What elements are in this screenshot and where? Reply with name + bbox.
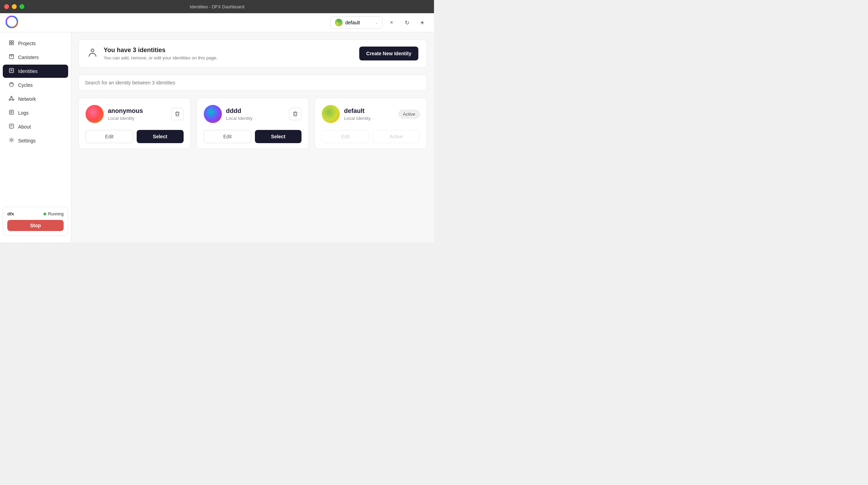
- svg-point-0: [6, 16, 17, 27]
- cycles-icon: [8, 82, 15, 89]
- edit-identity-button-anonymous[interactable]: Edit: [86, 130, 133, 143]
- identity-avatar-default: [322, 105, 340, 123]
- projects-icon: [8, 40, 15, 47]
- person-icon: [87, 47, 98, 60]
- svg-rect-20: [9, 124, 14, 128]
- minimize-window-button[interactable]: [12, 4, 17, 9]
- svg-point-11: [9, 99, 10, 100]
- sidebar-item-identities[interactable]: Identities: [3, 65, 68, 78]
- delete-identity-button-dddd[interactable]: [289, 108, 302, 120]
- sidebar-item-settings[interactable]: Settings: [3, 134, 68, 147]
- close-button[interactable]: ×: [385, 16, 398, 29]
- sidebar-item-about[interactable]: About: [3, 120, 68, 133]
- sidebar-item-label: Projects: [18, 41, 36, 46]
- about-icon: [8, 123, 15, 130]
- sidebar: Projects Canisters: [0, 32, 71, 243]
- card-header: anonymous Local Identity: [86, 105, 184, 123]
- svg-line-14: [11, 98, 13, 99]
- identity-cards-grid: anonymous Local Identity Edit Select: [78, 98, 427, 149]
- sidebar-item-projects[interactable]: Projects: [3, 37, 68, 50]
- identity-card-anonymous: anonymous Local Identity Edit Select: [78, 98, 191, 149]
- card-info: default Local Identity: [344, 107, 394, 121]
- running-dot-icon: [43, 213, 46, 215]
- identities-icon: [8, 68, 15, 75]
- svg-point-12: [13, 99, 14, 100]
- refresh-button[interactable]: ↻: [401, 16, 413, 29]
- identity-type: Local Identity: [226, 116, 285, 121]
- chevron-down-icon: ⌄: [375, 21, 378, 25]
- identity-selector-name: default: [345, 20, 372, 25]
- svg-rect-4: [12, 43, 14, 45]
- sidebar-item-label: Canisters: [18, 55, 39, 60]
- identity-type: Local Identity: [108, 116, 167, 121]
- header-right: default ⌄ × ↻ ☀: [330, 16, 428, 29]
- window-title: Identities - DFX Dashboard: [190, 4, 244, 9]
- logs-icon: [8, 109, 15, 116]
- banner-text: You have 3 identities You can add, remov…: [104, 47, 218, 60]
- sidebar-item-label: Network: [18, 96, 36, 102]
- canisters-icon: [8, 54, 15, 61]
- stop-button[interactable]: Stop: [7, 220, 64, 231]
- header: default ⌄ × ↻ ☀: [0, 13, 434, 32]
- select-identity-button-anonymous[interactable]: Select: [137, 130, 184, 143]
- identity-type: Local Identity: [344, 116, 394, 121]
- sidebar-item-label: About: [18, 124, 31, 130]
- active-badge: Active: [399, 110, 420, 118]
- svg-line-13: [10, 98, 11, 99]
- identity-name: anonymous: [108, 107, 167, 115]
- sidebar-item-logs[interactable]: Logs: [3, 106, 68, 120]
- sidebar-spacer: [0, 148, 71, 204]
- maximize-window-button[interactable]: [19, 4, 24, 9]
- svg-rect-1: [9, 41, 11, 42]
- identity-avatar-icon: [335, 19, 343, 26]
- app: default ⌄ × ↻ ☀ Projects: [0, 13, 434, 243]
- card-actions: Edit Select: [204, 130, 302, 143]
- svg-point-23: [11, 139, 13, 141]
- delete-identity-button-anonymous[interactable]: [171, 108, 184, 120]
- sidebar-item-cycles[interactable]: Cycles: [3, 79, 68, 92]
- svg-rect-3: [9, 43, 11, 45]
- banner-subtitle: You can add, remove, or edit your identi…: [104, 55, 218, 60]
- card-actions: Edit Active: [322, 130, 420, 143]
- theme-toggle-button[interactable]: ☀: [416, 16, 428, 29]
- banner: You have 3 identities You can add, remov…: [78, 39, 427, 68]
- dfx-label: dfx: [7, 211, 14, 216]
- card-header: dddd Local Identity: [204, 105, 302, 123]
- identity-selector[interactable]: default ⌄: [330, 16, 383, 29]
- settings-icon: [8, 137, 15, 144]
- edit-identity-button-default: Edit: [322, 130, 369, 143]
- network-icon: [8, 96, 15, 102]
- select-identity-button-dddd[interactable]: Select: [255, 130, 302, 143]
- search-input[interactable]: [78, 75, 427, 91]
- banner-title: You have 3 identities: [104, 47, 218, 54]
- dfx-running-status: Running: [43, 212, 64, 216]
- titlebar: Identities - DFX Dashboard: [0, 0, 434, 13]
- sidebar-item-label: Identities: [18, 68, 38, 74]
- select-identity-button-default: Active: [372, 130, 420, 143]
- identity-card-default: default Local Identity Active Edit Activ…: [314, 98, 427, 149]
- card-info: dddd Local Identity: [226, 107, 285, 121]
- identity-name: dddd: [226, 107, 285, 115]
- card-actions: Edit Select: [86, 130, 184, 143]
- logo: [6, 16, 18, 30]
- close-window-button[interactable]: [4, 4, 9, 9]
- identity-name: default: [344, 107, 394, 115]
- svg-point-24: [91, 49, 94, 52]
- dfx-status-text: Running: [48, 212, 64, 216]
- body: Projects Canisters: [0, 32, 434, 243]
- identity-card-dddd: dddd Local Identity Edit Select: [196, 98, 309, 149]
- dfx-status-row: dfx Running: [7, 211, 64, 216]
- sidebar-item-label: Logs: [18, 110, 29, 116]
- sidebar-item-network[interactable]: Network: [3, 92, 68, 106]
- sidebar-item-canisters[interactable]: Canisters: [3, 51, 68, 64]
- card-info: anonymous Local Identity: [108, 107, 167, 121]
- edit-identity-button-dddd[interactable]: Edit: [204, 130, 251, 143]
- svg-point-10: [11, 96, 12, 98]
- sidebar-item-label: Cycles: [18, 82, 33, 88]
- svg-rect-2: [12, 41, 14, 42]
- card-header: default Local Identity Active: [322, 105, 420, 123]
- identity-avatar-anonymous: [86, 105, 104, 123]
- main-content: You have 3 identities You can add, remov…: [71, 32, 434, 243]
- svg-point-9: [9, 82, 14, 87]
- create-new-identity-button[interactable]: Create New Identity: [359, 47, 418, 60]
